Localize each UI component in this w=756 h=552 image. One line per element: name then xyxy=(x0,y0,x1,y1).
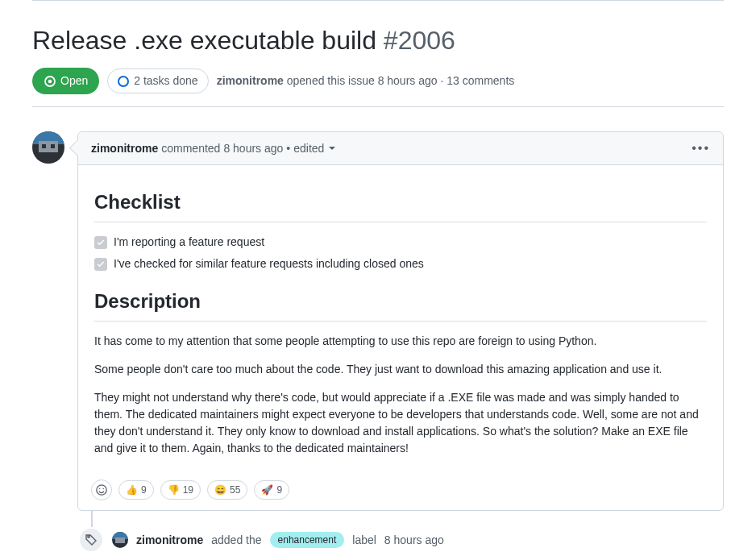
thumbs-up-icon: 👍 xyxy=(126,483,138,497)
issue-title-text: Release .exe executable build xyxy=(32,26,376,55)
issue-number: #2006 xyxy=(384,26,455,55)
timeline-event-labeled: zimonitrome added the enhancement label … xyxy=(32,527,724,552)
reaction-thumbs-up[interactable]: 👍 9 xyxy=(118,480,154,500)
checkbox-checked-icon[interactable] xyxy=(94,236,107,249)
issue-meta-row: Open 2 tasks done zimonitrome opened thi… xyxy=(32,68,724,94)
smiley-icon xyxy=(95,484,108,496)
comment-edited[interactable]: edited xyxy=(293,140,324,157)
event-avatar[interactable] xyxy=(112,532,128,548)
tasks-done-text: 2 tasks done xyxy=(134,73,197,89)
issue-title: Release .exe executable build #2006 xyxy=(32,21,724,60)
issue-byline: zimonitrome opened this issue 8 hours ag… xyxy=(217,73,515,89)
svg-point-2 xyxy=(97,485,106,495)
issue-open-icon xyxy=(44,75,56,88)
issue-author[interactable]: zimonitrome xyxy=(217,74,284,87)
event-badge xyxy=(78,527,104,552)
issue-header: Release .exe executable build #2006 Open… xyxy=(32,9,724,107)
comment-actions-menu[interactable]: ••• xyxy=(692,139,710,158)
checkbox-checked-icon[interactable] xyxy=(94,258,107,271)
add-reaction-button[interactable] xyxy=(91,479,112,500)
edited-caret-icon[interactable] xyxy=(329,147,335,150)
description-heading: Description xyxy=(94,287,707,322)
checklist-heading: Checklist xyxy=(94,188,707,222)
tasks-progress-icon xyxy=(118,76,129,87)
tasks-done-pill[interactable]: 2 tasks done xyxy=(107,68,208,93)
comment-author[interactable]: zimonitrome xyxy=(91,140,158,157)
comment: zimonitrome commented 8 hours ago • edit… xyxy=(32,131,724,511)
comment-time[interactable]: 8 hours ago xyxy=(223,140,283,157)
comment-box: zimonitrome commented 8 hours ago • edit… xyxy=(77,131,724,511)
reaction-laugh[interactable]: 😄 55 xyxy=(207,480,247,500)
checklist: I'm reporting a feature request I've che… xyxy=(94,234,707,272)
issue-state-badge: Open xyxy=(32,68,99,94)
issue-state-text: Open xyxy=(60,73,88,89)
tag-icon xyxy=(85,533,98,546)
event-time: 8 hours ago xyxy=(384,532,444,549)
issue-comments-count[interactable]: 13 comments xyxy=(447,74,514,87)
reaction-rocket[interactable]: 🚀 9 xyxy=(254,480,289,500)
timeline: zimonitrome commented 8 hours ago • edit… xyxy=(32,107,724,552)
description-paragraph: Some people don't care too much about th… xyxy=(94,361,707,378)
comment-header: zimonitrome commented 8 hours ago • edit… xyxy=(78,132,723,165)
description-paragraph: They might not understand why there's co… xyxy=(94,389,707,457)
checklist-item: I'm reporting a feature request xyxy=(94,234,707,251)
svg-point-1 xyxy=(48,79,52,83)
rocket-icon: 🚀 xyxy=(261,483,273,497)
svg-point-3 xyxy=(99,488,100,489)
event-actor[interactable]: zimonitrome xyxy=(136,532,203,549)
description-paragraph: It has come to my attention that some pe… xyxy=(94,333,707,350)
reaction-thumbs-down[interactable]: 👎 19 xyxy=(160,480,201,500)
svg-point-4 xyxy=(103,488,104,489)
avatar[interactable] xyxy=(32,131,64,164)
checklist-item: I've checked for similar feature request… xyxy=(94,255,707,272)
label-enhancement[interactable]: enhancement xyxy=(270,532,345,548)
thumbs-down-icon: 👎 xyxy=(168,483,180,497)
comment-body: Checklist I'm reporting a feature reques… xyxy=(78,165,723,473)
laugh-icon: 😄 xyxy=(214,483,226,497)
reactions-bar: 👍 9 👎 19 😄 55 🚀 9 xyxy=(78,473,723,510)
